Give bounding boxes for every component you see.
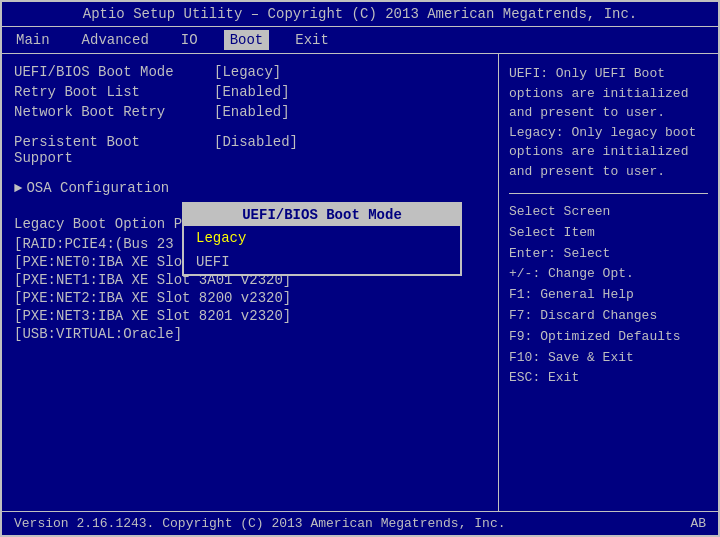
footer: Version 2.16.1243. Copyright (C) 2013 Am… bbox=[2, 511, 718, 535]
uefi-bios-boot-mode-row: UEFI/BIOS Boot Mode [Legacy] bbox=[14, 64, 486, 80]
osa-row: ► OSA Configuration bbox=[14, 180, 486, 196]
bios-setup-window: Aptio Setup Utility – Copyright (C) 2013… bbox=[0, 0, 720, 537]
divider bbox=[509, 193, 708, 194]
key-f10: F10: Save & Exit bbox=[509, 348, 708, 369]
menu-item-main[interactable]: Main bbox=[10, 30, 56, 50]
title-bar: Aptio Setup Utility – Copyright (C) 2013… bbox=[2, 2, 718, 27]
osa-label[interactable]: OSA Configuration bbox=[26, 180, 226, 196]
persistent-boot-label: Persistent Boot Support bbox=[14, 134, 214, 166]
menu-item-advanced[interactable]: Advanced bbox=[76, 30, 155, 50]
retry-boot-list-row: Retry Boot List [Enabled] bbox=[14, 84, 486, 100]
persistent-boot-row: Persistent Boot Support [Disabled] bbox=[14, 134, 486, 166]
boot-entry-3[interactable]: [PXE:NET2:IBA XE Slot 8200 v2320] bbox=[14, 290, 486, 306]
uefi-bios-boot-mode-label: UEFI/BIOS Boot Mode bbox=[14, 64, 214, 80]
key-esc: ESC: Exit bbox=[509, 368, 708, 389]
dropdown-popup: UEFI/BIOS Boot Mode Legacy UEFI bbox=[182, 202, 462, 276]
menu-bar: Main Advanced IO Boot Exit bbox=[2, 27, 718, 54]
network-boot-retry-label: Network Boot Retry bbox=[14, 104, 214, 120]
boot-entry-5[interactable]: [USB:VIRTUAL:Oracle] bbox=[14, 326, 486, 342]
menu-item-io[interactable]: IO bbox=[175, 30, 204, 50]
key-select-item: Select Item bbox=[509, 223, 708, 244]
menu-item-boot[interactable]: Boot bbox=[224, 30, 270, 50]
dropdown-title: UEFI/BIOS Boot Mode bbox=[184, 204, 460, 226]
key-enter: Enter: Select bbox=[509, 244, 708, 265]
key-f7: F7: Discard Changes bbox=[509, 306, 708, 327]
right-panel: UEFI: Only UEFI Boot options are initial… bbox=[498, 54, 718, 511]
key-f1: F1: General Help bbox=[509, 285, 708, 306]
network-boot-retry-row: Network Boot Retry [Enabled] bbox=[14, 104, 486, 120]
key-hints: Select Screen Select Item Enter: Select … bbox=[509, 202, 708, 389]
footer-version: Version 2.16.1243. Copyright (C) 2013 Am… bbox=[14, 516, 505, 531]
key-f9: F9: Optimized Defaults bbox=[509, 327, 708, 348]
retry-boot-list-value[interactable]: [Enabled] bbox=[214, 84, 290, 100]
main-content: UEFI/BIOS Boot Mode [Legacy] Retry Boot … bbox=[2, 54, 718, 511]
left-panel: UEFI/BIOS Boot Mode [Legacy] Retry Boot … bbox=[2, 54, 498, 511]
retry-boot-list-label: Retry Boot List bbox=[14, 84, 214, 100]
footer-build: AB bbox=[690, 516, 706, 531]
title-text: Aptio Setup Utility – Copyright (C) 2013… bbox=[83, 6, 638, 22]
boot-entry-4[interactable]: [PXE:NET3:IBA XE Slot 8201 v2320] bbox=[14, 308, 486, 324]
menu-item-exit[interactable]: Exit bbox=[289, 30, 335, 50]
key-change-opt: +/-: Change Opt. bbox=[509, 264, 708, 285]
dropdown-option-legacy[interactable]: Legacy bbox=[184, 226, 460, 250]
network-boot-retry-value[interactable]: [Enabled] bbox=[214, 104, 290, 120]
osa-arrow-icon: ► bbox=[14, 180, 22, 196]
key-select-screen: Select Screen bbox=[509, 202, 708, 223]
persistent-boot-value[interactable]: [Disabled] bbox=[214, 134, 298, 166]
uefi-bios-boot-mode-value[interactable]: [Legacy] bbox=[214, 64, 281, 80]
help-text: UEFI: Only UEFI Boot options are initial… bbox=[509, 64, 708, 181]
dropdown-option-uefi[interactable]: UEFI bbox=[184, 250, 460, 274]
